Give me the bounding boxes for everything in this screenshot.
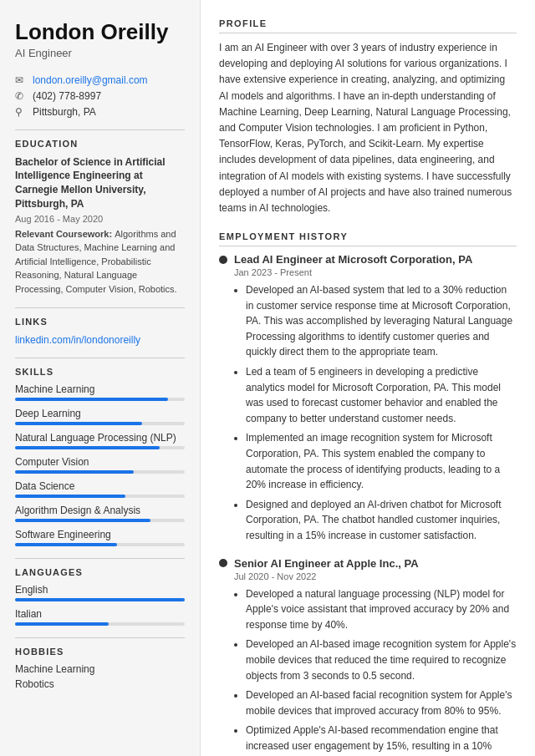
education-coursework: Relevant Coursework: Algorithms and Data… [15,227,185,297]
skill-label: Algorithm Design & Analysis [15,505,185,516]
skill-bar-fill [15,543,117,546]
skill-item: Software Engineering [15,529,185,546]
skill-bar-bg [15,446,185,449]
skill-bar-fill [15,495,125,498]
language-label: English [15,584,185,596]
links-divider [15,307,185,308]
skills-section-title: SKILLS [15,367,185,377]
education-divider [15,129,185,130]
employment-job: Lead AI Engineer at Microsoft Corporatio… [219,253,517,544]
skill-label: Computer Vision [15,456,185,468]
employment-bullet: Developed an AI-based image recognition … [246,637,517,683]
skills-list: Machine Learning Deep Learning Natural L… [15,383,185,546]
employment-bullet: Developed an AI-based system that led to… [246,282,517,360]
job-dates: Jan 2023 - Present [234,267,517,277]
employment-bullet: Developed a natural language processing … [246,586,517,633]
language-bar-fill [15,622,109,626]
employment-section-title: EMPLOYMENT HISTORY [219,231,517,246]
education-degree: Bachelor of Science in Artificial Intell… [15,155,185,211]
location-icon: ⚲ [15,106,27,118]
links-section-title: LINKS [15,317,185,327]
linkedin-link[interactable]: linkedin.com/in/londonoreilly [15,334,140,346]
job-title: Lead AI Engineer at Microsoft Corporatio… [219,253,517,266]
job-dates: Jul 2020 - Nov 2022 [234,571,517,581]
skill-label: Software Engineering [15,529,185,540]
hobby-item: Machine Learning [15,663,185,675]
skill-item: Natural Language Processing (NLP) [15,432,185,449]
resume-page: London Oreilly AI Engineer ✉ london.orei… [0,0,535,756]
hobbies-section-title: HOBBIES [15,647,185,657]
languages-list: English Italian [15,584,185,626]
job-dot [219,256,227,264]
skills-divider [15,358,185,358]
skill-label: Machine Learning [15,383,185,395]
skill-item: Machine Learning [15,383,185,401]
skill-label: Deep Learning [15,408,185,419]
phone-icon: ✆ [15,90,27,102]
coursework-label: Relevant Coursework: [15,229,115,239]
job-dot [219,559,227,567]
languages-section-title: LANGUAGES [15,567,185,577]
phone-text: (402) 778-8997 [33,90,101,102]
candidate-title: AI Engineer [15,47,185,59]
skill-item: Computer Vision [15,456,185,474]
employment-bullet: Led a team of 5 engineers in developing … [246,364,517,426]
contact-phone: ✆ (402) 778-8997 [15,90,185,102]
right-column: PROFILE I am an AI Engineer with over 3 … [201,0,535,756]
contact-location: ⚲ Pittsburgh, PA [15,106,185,118]
job-bullets: Developed an AI-based system that led to… [234,282,517,544]
job-bullets: Developed a natural language processing … [234,586,517,756]
skill-bar-bg [15,422,185,425]
language-item: Italian [15,608,185,626]
employment-bullet: Optimized Apple's AI-based recommendatio… [246,723,517,756]
skill-item: Deep Learning [15,408,185,425]
location-text: Pittsburgh, PA [33,106,96,118]
skill-item: Data Science [15,480,185,498]
employment-list: Lead AI Engineer at Microsoft Corporatio… [219,253,517,756]
contact-email: ✉ london.oreilly@gmail.com [15,74,185,86]
profile-text: I am an AI Engineer with over 3 years of… [219,40,517,216]
skill-bar-fill [15,422,142,425]
employment-bullet: Implemented an image recognition system … [246,430,517,492]
skill-label: Natural Language Processing (NLP) [15,432,185,444]
email-icon: ✉ [15,74,27,86]
skill-item: Algorithm Design & Analysis [15,505,185,522]
skill-bar-fill [15,446,160,449]
skill-label: Data Science [15,480,185,492]
language-bar-bg [15,622,185,626]
skill-bar-fill [15,470,134,474]
employment-job: Senior AI Engineer at Apple Inc., PA Jul… [219,557,517,756]
employment-bullet: Designed and deployed an AI-driven chatb… [246,497,517,544]
languages-divider [15,558,185,559]
skill-bar-bg [15,543,185,546]
job-title: Senior AI Engineer at Apple Inc., PA [219,557,517,570]
skill-bar-fill [15,398,168,401]
left-column: London Oreilly AI Engineer ✉ london.orei… [0,0,201,756]
employment-bullet: Developed an AI-based facial recognition… [246,688,517,718]
employment-section: EMPLOYMENT HISTORY Lead AI Engineer at M… [219,231,517,756]
language-bar-bg [15,598,185,601]
skill-bar-bg [15,495,185,498]
email-link[interactable]: london.oreilly@gmail.com [33,74,148,86]
language-bar-fill [15,598,185,601]
language-item: English [15,584,185,601]
hobbies-divider [15,637,185,638]
skill-bar-bg [15,470,185,474]
candidate-name: London Oreilly [15,20,185,44]
education-dates: Aug 2016 - May 2020 [15,214,185,224]
skill-bar-bg [15,519,185,522]
profile-section: PROFILE I am an AI Engineer with over 3 … [219,18,517,216]
education-section-title: EDUCATION [15,139,185,149]
links-container: linkedin.com/in/londonoreilly [15,333,185,346]
hobbies-list: Machine LearningRobotics [15,663,185,690]
language-label: Italian [15,608,185,620]
skill-bar-fill [15,519,150,522]
hobby-item: Robotics [15,678,185,690]
skill-bar-bg [15,398,185,401]
profile-section-title: PROFILE [219,18,517,33]
